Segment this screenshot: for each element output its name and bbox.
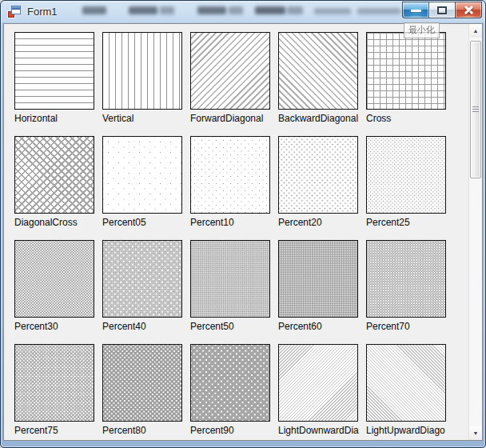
pattern-swatch-backward-diagonal [278,32,358,110]
pattern-swatch-diagonal-cross [14,136,94,214]
pattern-cell: Percent80 [102,344,190,441]
pattern-swatch-percent20 [278,136,358,214]
vertical-scrollbar[interactable]: ▲ ▼ [468,24,482,440]
pattern-cell: Percent10 [190,136,278,240]
pattern-swatch-percent40 [102,240,182,318]
pattern-label: Percent90 [190,425,278,436]
form-icon-window [11,6,21,14]
pattern-label: Percent25 [366,217,454,228]
pattern-cell: Percent50 [190,240,278,344]
titlebar-ghost-blob [229,6,243,14]
screen: Form1 最小化 Ho [0,0,486,448]
pattern-cell: Horizontal [14,32,102,136]
pattern-swatch-percent05 [102,136,182,214]
pattern-swatch-percent75 [14,344,94,422]
close-button[interactable] [455,2,482,18]
pattern-cell: Percent90 [190,344,278,441]
client-area: HorizontalVerticalForwardDiagonalBackwar… [3,23,483,441]
titlebar-ghost-blob [287,6,303,14]
pattern-cell: Percent70 [366,240,454,344]
form-window: Form1 最小化 Ho [0,0,486,448]
pattern-label: Percent30 [14,321,102,332]
close-icon [464,6,473,15]
titlebar-ghost-blob [129,6,157,14]
pattern-cell: ForwardDiagonal [190,32,278,136]
pattern-label: DiagonalCross [14,217,102,228]
pattern-cell: LightDownwardDia [278,344,366,441]
pattern-label: Percent70 [366,321,454,332]
pattern-cell: Percent30 [14,240,102,344]
pattern-cell: BackwardDiagonal [278,32,366,136]
pattern-swatch-percent60 [278,240,358,318]
titlebar-ghost-blob [197,6,226,14]
pattern-swatch-percent70 [366,240,446,318]
pattern-swatch-percent80 [102,344,182,422]
pattern-label: Percent75 [14,425,102,436]
pattern-label: Percent60 [278,321,366,332]
pattern-swatch-light-downward-diagonal [278,344,358,422]
down-arrow-icon: ▼ [473,430,479,436]
pattern-cell: Percent25 [366,136,454,240]
form-icon [8,6,21,18]
pattern-label: Percent80 [102,425,190,436]
maximize-icon [437,6,447,14]
pattern-label: Percent40 [102,321,190,332]
titlebar-ghost-blob [255,6,285,14]
maximize-button[interactable] [428,2,456,18]
pattern-cell: Percent05 [102,136,190,240]
titlebar-ghost-blob [357,8,400,14]
pattern-label: LightUpwardDiago [366,425,454,436]
minimize-tooltip: 最小化 [404,22,440,38]
pattern-cell: DiagonalCross [14,136,102,240]
minimize-button[interactable] [402,2,429,18]
pattern-swatch-horizontal [14,32,94,110]
pattern-swatch-vertical [102,32,182,110]
pattern-label: LightDownwardDia [278,425,366,436]
pattern-swatch-cross [366,32,446,110]
pattern-cell: Cross [366,32,454,136]
pattern-label: ForwardDiagonal [190,113,278,124]
up-arrow-icon: ▲ [473,28,479,34]
pattern-cell: LightUpwardDiago [366,344,454,441]
scroll-down-button[interactable]: ▼ [469,426,482,440]
pattern-swatch-percent90 [190,344,270,422]
pattern-cell: Vertical [102,32,190,136]
pattern-grid: HorizontalVerticalForwardDiagonalBackwar… [14,32,454,441]
scroll-up-button[interactable]: ▲ [469,24,482,38]
pattern-cell: Percent60 [278,240,366,344]
pattern-label: Percent20 [278,217,366,228]
caption-buttons [403,2,482,18]
pattern-label: Horizontal [14,113,102,124]
pattern-swatch-percent10 [190,136,270,214]
pattern-label: Cross [366,113,454,124]
titlebar-ghost-blob [314,8,351,14]
pattern-swatch-light-upward-diagonal [366,344,446,422]
pattern-label: Percent10 [190,217,278,228]
pattern-label: BackwardDiagonal [278,113,366,124]
titlebar[interactable]: Form1 [1,1,485,23]
scrollbar-grip-icon [472,106,479,113]
scrollbar-thumb[interactable] [470,41,481,178]
pattern-cell: Percent75 [14,344,102,441]
titlebar-ghost-blob [160,6,174,14]
pattern-swatch-percent30 [14,240,94,318]
pattern-label: Percent50 [190,321,278,332]
pattern-label: Vertical [102,113,190,124]
pattern-cell: Percent20 [278,136,366,240]
window-title: Form1 [27,6,58,18]
pattern-label: Percent05 [102,217,190,228]
minimize-icon [411,10,421,12]
titlebar-ghost-blob [82,6,106,14]
pattern-cell: Percent40 [102,240,190,344]
pattern-swatch-percent25 [366,136,446,214]
pattern-swatch-percent50 [190,240,270,318]
pattern-swatch-forward-diagonal [190,32,270,110]
